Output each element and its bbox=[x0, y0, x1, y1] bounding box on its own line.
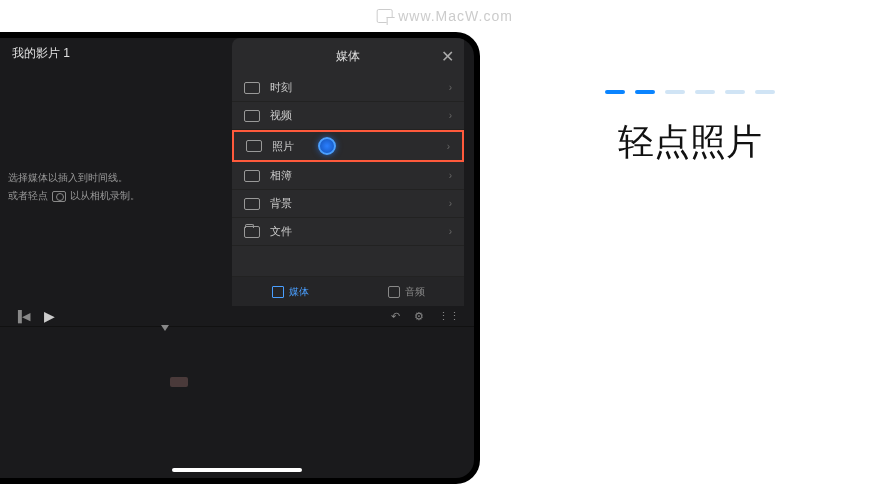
progress-dot bbox=[695, 90, 715, 94]
footer-tab-label: 媒体 bbox=[289, 285, 309, 299]
panel-footer: 媒体 音频 bbox=[232, 276, 464, 306]
skip-back-icon[interactable]: ▐◀ bbox=[14, 310, 30, 323]
chevron-right-icon: › bbox=[447, 141, 450, 152]
progress-dot bbox=[665, 90, 685, 94]
timeline[interactable] bbox=[0, 326, 474, 327]
timeline-settings-icon[interactable]: ⚙ bbox=[414, 310, 424, 323]
panel-header: 媒体 ✕ bbox=[232, 38, 464, 74]
screen-icon bbox=[376, 9, 392, 23]
touch-indicator bbox=[318, 137, 336, 155]
home-indicator[interactable] bbox=[172, 468, 302, 472]
menu-label: 时刻 bbox=[270, 80, 449, 95]
audio-waveform-icon[interactable]: ⋮⋮ bbox=[438, 310, 460, 323]
menu-label: 背景 bbox=[270, 196, 449, 211]
close-button[interactable]: ✕ bbox=[441, 47, 454, 66]
footer-tab-media[interactable]: 媒体 bbox=[232, 277, 348, 306]
footer-tab-audio[interactable]: 音频 bbox=[348, 277, 464, 306]
undo-icon[interactable]: ↶ bbox=[391, 310, 400, 323]
progress-dot bbox=[755, 90, 775, 94]
chevron-right-icon: › bbox=[449, 226, 452, 237]
instruction-text: 轻点照片 bbox=[520, 118, 860, 167]
chevron-right-icon: › bbox=[449, 170, 452, 181]
folder-icon bbox=[244, 226, 260, 238]
progress-dot bbox=[635, 90, 655, 94]
hint-line-2: 或者轻点 以从相机录制。 bbox=[8, 187, 224, 205]
menu-item-photos[interactable]: 照片 › bbox=[232, 130, 464, 162]
menu-item-moments[interactable]: 时刻 › bbox=[232, 74, 464, 102]
albums-icon bbox=[244, 170, 260, 182]
menu-label: 相簿 bbox=[270, 168, 449, 183]
menu-item-files[interactable]: 文件 › bbox=[232, 218, 464, 246]
menu-list: 时刻 › 视频 › 照片 › bbox=[232, 74, 464, 276]
chevron-right-icon: › bbox=[449, 198, 452, 209]
camera-icon bbox=[52, 191, 66, 202]
menu-item-video[interactable]: 视频 › bbox=[232, 102, 464, 130]
watermark-text: www.MacW.com bbox=[398, 8, 513, 24]
chevron-right-icon: › bbox=[449, 82, 452, 93]
timeline-clip[interactable] bbox=[170, 377, 188, 387]
panel-title: 媒体 bbox=[336, 48, 360, 65]
backgrounds-icon bbox=[244, 198, 260, 210]
menu-label: 视频 bbox=[270, 108, 449, 123]
tablet-frame: 我的影片 1 ? 选择媒体以插入到时间线。 或者轻点 以从相机录制。 媒体 bbox=[0, 32, 480, 484]
footer-tab-label: 音频 bbox=[405, 285, 425, 299]
instruction-area: 轻点照片 bbox=[520, 90, 860, 167]
video-icon bbox=[244, 110, 260, 122]
main-area: 选择媒体以插入到时间线。 或者轻点 以从相机录制。 媒体 ✕ 时刻 › bbox=[0, 68, 474, 306]
menu-label: 文件 bbox=[270, 224, 449, 239]
hint-line-1: 选择媒体以插入到时间线。 bbox=[8, 169, 224, 187]
media-panel: 媒体 ✕ 时刻 › 视频 › bbox=[232, 38, 464, 306]
music-icon bbox=[388, 286, 400, 298]
menu-item-albums[interactable]: 相簿 › bbox=[232, 162, 464, 190]
menu-label: 照片 bbox=[272, 139, 447, 154]
timeline-toolbar: ▐◀ ▶ ↶ ⚙ ⋮⋮ bbox=[0, 306, 474, 326]
screen: 我的影片 1 ? 选择媒体以插入到时间线。 或者轻点 以从相机录制。 媒体 bbox=[0, 38, 474, 478]
watermark: www.MacW.com bbox=[376, 8, 513, 24]
project-title: 我的影片 1 bbox=[12, 45, 70, 62]
progress-dot bbox=[605, 90, 625, 94]
play-icon[interactable]: ▶ bbox=[44, 308, 55, 324]
preview-pane: 选择媒体以插入到时间线。 或者轻点 以从相机录制。 bbox=[0, 68, 232, 306]
media-icon bbox=[272, 286, 284, 298]
chevron-right-icon: › bbox=[449, 110, 452, 121]
progress-indicator bbox=[520, 90, 860, 94]
photos-icon bbox=[246, 140, 262, 152]
progress-dot bbox=[725, 90, 745, 94]
moments-icon bbox=[244, 82, 260, 94]
menu-item-backgrounds[interactable]: 背景 › bbox=[232, 190, 464, 218]
